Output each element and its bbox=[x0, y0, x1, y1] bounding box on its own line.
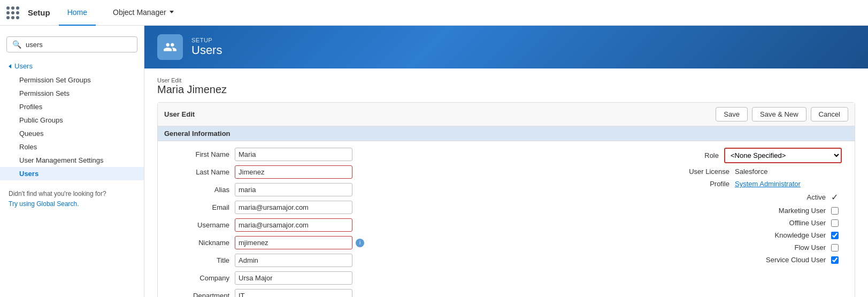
form-buttons: Save Save & New Cancel bbox=[716, 107, 848, 121]
email-row: Email bbox=[171, 201, 500, 214]
role-select[interactable]: <None Specified> bbox=[724, 148, 842, 163]
home-tab[interactable]: Home bbox=[59, 0, 96, 26]
page-edit-label: User Edit bbox=[157, 77, 855, 83]
sidebar-item-queues[interactable]: Queues bbox=[0, 127, 144, 140]
title-input[interactable] bbox=[235, 254, 352, 267]
marketing-user-checkbox[interactable] bbox=[831, 207, 839, 215]
user-license-row: User License Salesforce bbox=[513, 167, 842, 176]
last-name-label: Last Name bbox=[171, 168, 235, 176]
title-label: Title bbox=[171, 256, 235, 264]
company-input[interactable] bbox=[235, 271, 352, 285]
sidebar-item-roles[interactable]: Roles bbox=[0, 140, 144, 154]
username-row: Username bbox=[171, 218, 500, 232]
main-layout: 🔍 Users Permission Set Groups Permission… bbox=[0, 26, 868, 297]
department-label: Department bbox=[171, 292, 235, 297]
page-header: SETUP Users bbox=[144, 26, 868, 68]
profile-link[interactable]: System Administrator bbox=[735, 180, 801, 188]
marketing-user-row: Marketing User bbox=[513, 207, 842, 215]
form-right: Role <None Specified> User License Sales… bbox=[506, 148, 849, 297]
form-panel-header: User Edit Save Save & New Cancel bbox=[158, 103, 855, 126]
service-cloud-user-label: Service Cloud User bbox=[751, 256, 831, 264]
chevron-down-icon bbox=[170, 11, 174, 13]
save-new-button[interactable]: Save & New bbox=[752, 107, 806, 121]
service-cloud-user-value bbox=[831, 256, 842, 264]
offline-user-label: Offline User bbox=[751, 219, 831, 227]
profile-row: Profile System Administrator bbox=[513, 180, 842, 188]
offline-user-checkbox[interactable] bbox=[831, 219, 839, 227]
first-name-row: First Name bbox=[171, 148, 500, 161]
nickname-row: Nickname i bbox=[171, 236, 500, 249]
page-name: Maria Jimenez bbox=[157, 83, 855, 96]
knowledge-user-checkbox[interactable] bbox=[831, 232, 839, 239]
form-panel-title: User Edit bbox=[164, 110, 195, 118]
page-title-section: User Edit Maria Jimenez bbox=[157, 77, 855, 96]
form-body: First Name Last Name Alias Email bbox=[158, 141, 855, 297]
department-row: Department bbox=[171, 289, 500, 297]
nickname-input[interactable] bbox=[235, 236, 352, 249]
object-manager-tab[interactable]: Object Manager bbox=[104, 0, 182, 26]
app-launcher-icon[interactable] bbox=[6, 6, 19, 19]
sidebar-item-users[interactable]: Users bbox=[0, 167, 144, 180]
sidebar-item-profiles[interactable]: Profiles bbox=[0, 100, 144, 113]
offline-user-row: Offline User bbox=[513, 219, 842, 227]
title-row: Title bbox=[171, 254, 500, 267]
nickname-info-icon[interactable]: i bbox=[356, 239, 364, 247]
alias-label: Alias bbox=[171, 186, 235, 194]
username-input[interactable] bbox=[235, 218, 352, 232]
sidebar-users-section: Users Permission Set Groups Permission S… bbox=[0, 59, 144, 180]
department-input[interactable] bbox=[235, 289, 352, 297]
knowledge-user-value bbox=[831, 232, 842, 239]
global-search-link[interactable]: Try using Global Search. bbox=[9, 200, 79, 208]
active-label: Active bbox=[751, 193, 831, 201]
service-cloud-user-row: Service Cloud User bbox=[513, 256, 842, 264]
knowledge-user-row: Knowledge User bbox=[513, 231, 842, 239]
role-row: Role <None Specified> bbox=[513, 148, 842, 163]
save-button[interactable]: Save bbox=[716, 107, 748, 121]
form-container: User Edit Maria Jimenez User Edit Save S… bbox=[144, 68, 868, 297]
flow-user-checkbox[interactable] bbox=[831, 244, 839, 252]
sidebar-parent-users[interactable]: Users bbox=[0, 59, 144, 73]
company-label: Company bbox=[171, 274, 235, 282]
profile-value: System Administrator bbox=[735, 180, 842, 188]
header-text: SETUP Users bbox=[191, 37, 222, 57]
company-row: Company bbox=[171, 271, 500, 285]
last-name-input[interactable] bbox=[235, 165, 352, 179]
search-box[interactable]: 🔍 bbox=[6, 36, 137, 52]
form-left: First Name Last Name Alias Email bbox=[164, 148, 506, 297]
top-navigation: Setup Home Object Manager bbox=[0, 0, 868, 26]
role-label: Role bbox=[644, 151, 724, 159]
search-icon: 🔍 bbox=[12, 40, 21, 49]
email-input[interactable] bbox=[235, 201, 352, 214]
email-label: Email bbox=[171, 203, 235, 211]
chevron-icon bbox=[9, 64, 11, 68]
users-icon bbox=[157, 34, 183, 60]
service-cloud-user-checkbox[interactable] bbox=[831, 256, 839, 264]
search-input[interactable] bbox=[26, 41, 132, 49]
sidebar: 🔍 Users Permission Set Groups Permission… bbox=[0, 26, 144, 297]
marketing-user-label: Marketing User bbox=[751, 207, 831, 215]
sidebar-not-found: Didn't find what you're looking for? Try… bbox=[0, 180, 144, 218]
sidebar-item-public-groups[interactable]: Public Groups bbox=[0, 113, 144, 127]
alias-row: Alias bbox=[171, 183, 500, 196]
alias-input[interactable] bbox=[235, 183, 352, 196]
cancel-button[interactable]: Cancel bbox=[811, 107, 848, 121]
offline-user-value bbox=[831, 219, 842, 227]
sidebar-item-permission-set-groups[interactable]: Permission Set Groups bbox=[0, 73, 144, 87]
active-value: ✓ bbox=[831, 192, 842, 202]
flow-user-value bbox=[831, 244, 842, 252]
sidebar-item-permission-sets[interactable]: Permission Sets bbox=[0, 87, 144, 100]
last-name-row: Last Name bbox=[171, 165, 500, 179]
setup-label: Setup bbox=[28, 8, 50, 17]
header-subtitle: SETUP bbox=[191, 37, 222, 43]
form-panel: User Edit Save Save & New Cancel General… bbox=[157, 102, 855, 297]
sidebar-item-user-management-settings[interactable]: User Management Settings bbox=[0, 154, 144, 167]
nickname-label: Nickname bbox=[171, 239, 235, 247]
flow-user-label: Flow User bbox=[751, 243, 831, 252]
flow-user-row: Flow User bbox=[513, 243, 842, 252]
username-label: Username bbox=[171, 221, 235, 229]
first-name-input[interactable] bbox=[235, 148, 352, 161]
marketing-user-value bbox=[831, 207, 842, 215]
profile-label: Profile bbox=[655, 180, 735, 188]
user-license-value: Salesforce bbox=[735, 167, 842, 176]
knowledge-user-label: Knowledge User bbox=[751, 231, 831, 239]
